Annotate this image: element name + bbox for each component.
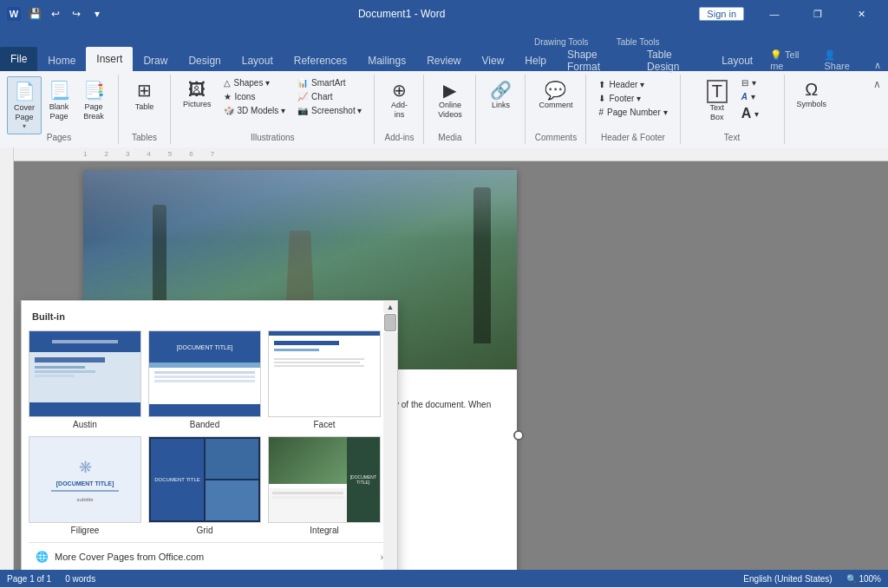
cover-page-dropdown: ▲ ▼ Built-in [21, 300, 398, 570]
tab-mailings[interactable]: Mailings [357, 50, 416, 71]
tab-review[interactable]: Review [416, 50, 471, 71]
integral-l2 [272, 496, 343, 499]
ribbon-collapse-button[interactable]: ∧ [867, 60, 888, 71]
austin-line3 [35, 375, 75, 377]
tell-me-button[interactable]: 💡 Tell me [763, 49, 817, 71]
pictures-button[interactable]: 🖼 Pictures [178, 76, 217, 112]
tab-view[interactable]: View [472, 50, 515, 71]
tab-help[interactable]: Help [514, 50, 557, 71]
ribbon-group-illustrations: 🖼 Pictures △ Shapes ▾ ★ Icons 🎲 3D Model… [171, 75, 375, 144]
undo-icon[interactable]: ↩ [49, 7, 62, 21]
tab-layout[interactable]: Layout [232, 50, 284, 71]
screenshot-button[interactable]: 📷 Screenshot ▾ [292, 104, 367, 117]
pictures-label: Pictures [183, 100, 212, 108]
table-button[interactable]: ⊞ Table [127, 76, 162, 114]
cover-page-label: CoverPage [14, 103, 35, 122]
symbols-icon: Ω [805, 80, 818, 100]
chart-button[interactable]: 📈 Chart [292, 90, 367, 103]
wordart-icon: A [741, 92, 748, 101]
document-area: ABSTRACT [Draw your reader in with an en… [14, 161, 888, 570]
close-button[interactable]: ✕ [841, 0, 881, 28]
tab-draw[interactable]: Draw [133, 50, 178, 71]
addins-label: Add-ins [391, 101, 408, 120]
wordart-button[interactable]: A ▾ [736, 90, 765, 103]
3d-models-icon: 🎲 [224, 106, 234, 115]
zoom-controls[interactable]: 🔍 100% [846, 574, 881, 584]
tab-references[interactable]: References [284, 50, 357, 71]
template-banded[interactable]: [DOCUMENT TITLE] B [148, 330, 261, 429]
integral-l1 [272, 492, 343, 494]
template-integral[interactable]: [DOCUMENT TITLE] Integral [268, 436, 381, 535]
ruler-mark-4: 4 [147, 150, 150, 158]
more-cover-icon: 🌐 [36, 551, 48, 563]
minimize-button[interactable]: — [754, 0, 794, 28]
cover-page-button[interactable]: 📄 CoverPage ▾ [7, 76, 42, 134]
grid-label: Grid [197, 526, 213, 535]
ribbon-collapse-btn[interactable]: ∧ [866, 75, 888, 144]
footer-icon: ⬇ [598, 94, 605, 103]
3d-models-button[interactable]: 🎲 3D Models ▾ [219, 104, 291, 117]
integral-preview: [DOCUMENT TITLE] [269, 437, 380, 522]
integral-sidebar: [DOCUMENT TITLE] [347, 437, 380, 522]
scroll-thumb[interactable] [384, 314, 396, 331]
ruler-mark-5: 5 [168, 150, 172, 158]
page-break-button[interactable]: 📑 PageBreak [76, 76, 111, 125]
quick-parts-button[interactable]: ⊟ ▾ [736, 76, 765, 89]
quick-parts-label: ▾ [752, 78, 756, 88]
header-button[interactable]: ⬆ Header ▾ [593, 78, 672, 91]
collapse-icon[interactable]: ∧ [873, 78, 881, 90]
scroll-up-button[interactable]: ▲ [383, 301, 397, 313]
restore-button[interactable]: ❐ [798, 0, 838, 28]
comment-button[interactable]: 💬 Comment [533, 76, 578, 113]
ribbon-group-comments: 💬 Comment Comments [526, 75, 586, 144]
share-button[interactable]: 👤 Share [817, 49, 867, 71]
media-group-label: Media [424, 133, 475, 142]
cover-page-dropdown-arrow[interactable]: ▾ [23, 122, 26, 130]
header-icon: ⬆ [598, 80, 605, 89]
tab-home[interactable]: Home [37, 50, 86, 71]
shapes-button[interactable]: △ Shapes ▾ [219, 76, 291, 89]
tab-layout2[interactable]: Layout [711, 50, 763, 71]
tab-design[interactable]: Design [178, 50, 231, 71]
sign-in-button[interactable]: Sign in [699, 7, 744, 21]
more-cover-pages-item[interactable]: 🌐 More Cover Pages from Office.com › [22, 546, 397, 567]
template-filigree[interactable]: ❋ [DOCUMENT TITLE] subtitle ❋ Filigree [29, 436, 141, 535]
tables-group-label: Tables [119, 133, 170, 142]
title-bar-right: Sign in — ❐ ✕ [699, 0, 881, 28]
icons-button[interactable]: ★ Icons [219, 90, 291, 103]
tab-shape-format[interactable]: Shape Format [557, 50, 637, 71]
links-button[interactable]: 🔗 Links [483, 76, 518, 113]
smartart-button[interactable]: 📊 SmartArt [292, 76, 367, 89]
text-box-label: TextBox [709, 103, 724, 122]
tab-table-design[interactable]: Table Design [637, 50, 711, 71]
customize-qat-icon[interactable]: ▾ [90, 7, 104, 21]
tab-insert[interactable]: Insert [86, 47, 133, 71]
page-number-button[interactable]: # Page Number ▾ [593, 106, 672, 119]
addins-button[interactable]: ⊕ Add-ins [382, 76, 416, 123]
template-austin[interactable]: Austin [29, 330, 141, 429]
tab-file[interactable]: File [0, 47, 37, 71]
online-videos-button[interactable]: ▶ OnlineVideos [433, 76, 467, 123]
filigree-preview: ❋ [DOCUMENT TITLE] subtitle ❋ [29, 437, 140, 522]
scroll-track: ▲ ▼ [383, 301, 397, 570]
save-icon[interactable]: 💾 [28, 7, 42, 21]
ruler-mark-1: 1 [83, 150, 87, 158]
banded-l2 [154, 376, 255, 378]
filigree-title: [DOCUMENT TITLE] [56, 480, 114, 487]
template-grid[interactable]: DOCUMENT TITLE Grid [148, 436, 261, 535]
ribbon-group-header-footer: ⬆ Header ▾ ⬇ Footer ▾ # Page Number ▾ He… [586, 75, 680, 144]
blank-page-label: BlankPage [49, 102, 69, 121]
facet-body [269, 336, 380, 416]
blank-page-button[interactable]: 📃 BlankPage [42, 76, 76, 125]
ribbon-group-symbols: Ω Symbols [785, 75, 839, 144]
symbols-button[interactable]: Ω Symbols [792, 76, 832, 112]
redo-icon[interactable]: ↪ [69, 7, 83, 21]
template-facet[interactable]: Facet [268, 330, 381, 429]
drop-cap-button[interactable]: A ▾ [736, 104, 765, 123]
table-label: Table [135, 102, 154, 111]
horizontal-ruler: 1 2 3 4 5 6 7 [14, 147, 888, 161]
sky-overlay [83, 170, 517, 239]
austin-line1 [35, 366, 85, 369]
text-box-button[interactable]: T TextBox [700, 76, 735, 126]
footer-button[interactable]: ⬇ Footer ▾ [593, 92, 672, 105]
